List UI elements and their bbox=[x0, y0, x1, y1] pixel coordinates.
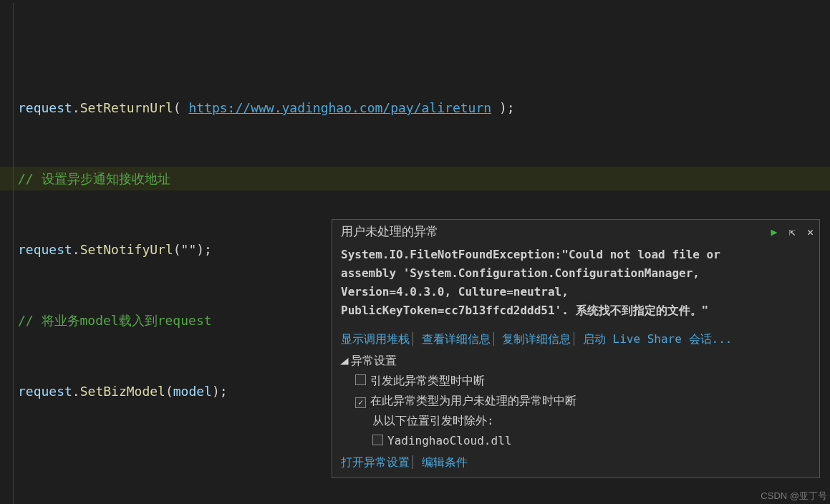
show-callstack-link[interactable]: 显示调用堆栈 bbox=[341, 332, 413, 346]
liveshare-link[interactable]: 启动 Live Share 会话... bbox=[583, 332, 735, 346]
fold-guide bbox=[13, 3, 14, 504]
code-line: // 设置异步通知接收地址 bbox=[18, 167, 830, 190]
pin-icon[interactable]: ⇱ bbox=[789, 226, 796, 238]
break-on-throw-checkbox[interactable] bbox=[355, 374, 366, 385]
close-icon[interactable]: ✕ bbox=[807, 226, 814, 238]
continue-icon[interactable]: ▶ bbox=[771, 226, 777, 238]
exception-settings-header: 异常设置 bbox=[351, 354, 397, 367]
watermark: CSDN @亚丁号 bbox=[761, 490, 827, 503]
exception-message: System.IO.FileNotFoundException:"Could n… bbox=[332, 243, 819, 324]
url-link[interactable]: https://www.yadinghao.com/pay/alireturn bbox=[188, 96, 491, 120]
view-details-link[interactable]: 查看详细信息 bbox=[422, 332, 494, 346]
code-line: request.SetReturnUrl( https://www.yading… bbox=[18, 96, 830, 120]
except-dll-checkbox[interactable] bbox=[372, 435, 383, 445]
expand-icon[interactable]: ◢ bbox=[340, 352, 349, 370]
exception-links: 显示调用堆栈 查看详细信息 复制详细信息 启动 Live Share 会话... bbox=[332, 324, 819, 352]
open-exception-settings-link[interactable]: 打开异常设置 bbox=[341, 455, 413, 469]
exception-popup: 用户未处理的异常 ▶ ⇱ ✕ System.IO.FileNotFoundExc… bbox=[332, 219, 820, 478]
break-on-unhandled-checkbox[interactable]: ✓ bbox=[355, 397, 366, 408]
copy-details-link[interactable]: 复制详细信息 bbox=[502, 332, 574, 346]
edit-conditions-link[interactable]: 编辑条件 bbox=[422, 455, 468, 469]
popup-title: 用户未处理的异常 bbox=[341, 222, 438, 241]
